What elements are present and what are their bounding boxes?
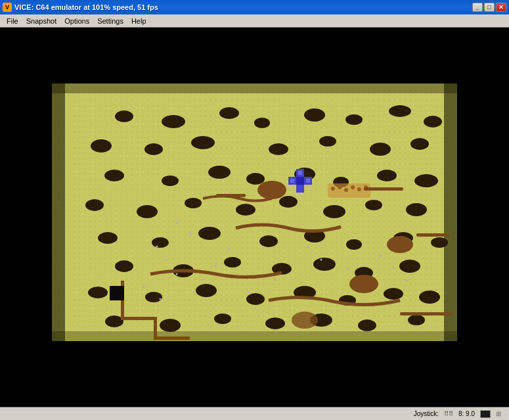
svg-point-37 <box>406 203 427 216</box>
game-screen <box>52 83 457 341</box>
svg-point-31 <box>137 205 158 218</box>
svg-point-24 <box>208 166 231 179</box>
svg-point-39 <box>152 237 169 248</box>
svg-point-109 <box>380 255 382 257</box>
title-bar-left: V VICE: C64 emulator at 101% speed, 51 f… <box>3 3 158 12</box>
svg-point-66 <box>358 319 376 331</box>
svg-point-9 <box>219 107 239 119</box>
game-canvas <box>52 83 457 341</box>
svg-point-15 <box>91 139 112 152</box>
svg-point-40 <box>198 227 221 240</box>
svg-point-17 <box>191 136 215 149</box>
menu-bar: File Snapshot Options Settings Help <box>0 14 509 28</box>
svg-point-10 <box>254 118 270 128</box>
joystick-label: Joystick: <box>414 410 439 417</box>
svg-point-64 <box>265 317 285 329</box>
svg-point-55 <box>196 284 217 297</box>
svg-point-104 <box>143 287 145 289</box>
menu-file[interactable]: File <box>3 16 22 26</box>
svg-point-67 <box>408 315 425 325</box>
svg-rect-6 <box>52 331 457 341</box>
title-bar: V VICE: C64 emulator at 101% speed, 51 f… <box>0 0 509 14</box>
svg-point-36 <box>365 200 382 210</box>
svg-point-14 <box>424 116 442 128</box>
svg-point-8 <box>162 115 185 128</box>
resize-handle-icon[interactable]: ⊞ <box>496 410 504 418</box>
svg-point-111 <box>406 280 408 282</box>
svg-point-68 <box>257 181 286 199</box>
svg-point-69 <box>387 236 413 253</box>
svg-point-18 <box>269 143 288 155</box>
svg-point-32 <box>185 198 202 208</box>
title-text: VICE: C64 emulator at 101% speed, 51 fps <box>14 3 158 11</box>
svg-point-45 <box>431 237 448 248</box>
svg-point-22 <box>104 170 124 181</box>
close-button[interactable]: ✕ <box>496 3 506 12</box>
svg-point-29 <box>414 174 438 187</box>
svg-point-73 <box>331 187 335 191</box>
svg-point-53 <box>88 287 108 298</box>
title-buttons: _ □ ✕ <box>472 3 506 12</box>
svg-rect-81 <box>416 233 449 237</box>
menu-settings[interactable]: Settings <box>93 16 127 26</box>
svg-rect-72 <box>328 183 370 198</box>
svg-point-48 <box>224 257 241 268</box>
svg-point-12 <box>345 114 363 125</box>
svg-rect-85 <box>154 317 157 337</box>
svg-point-99 <box>248 292 250 294</box>
svg-point-100 <box>275 279 277 281</box>
svg-point-94 <box>176 222 178 224</box>
menu-help[interactable]: Help <box>127 16 150 26</box>
svg-point-95 <box>189 233 191 235</box>
svg-rect-80 <box>364 187 403 191</box>
color-swatch <box>480 410 491 418</box>
svg-point-33 <box>236 204 255 216</box>
svg-point-110 <box>393 267 395 269</box>
app-icon: V <box>3 3 12 12</box>
svg-point-106 <box>307 246 309 248</box>
svg-point-13 <box>389 105 411 117</box>
svg-point-52 <box>399 260 420 273</box>
svg-point-38 <box>98 232 118 244</box>
status-bar: Joystick: ⠿⠿ 8: 9.0 ⊞ <box>0 407 509 420</box>
svg-rect-84 <box>121 317 154 320</box>
maximize-button[interactable]: □ <box>484 3 495 12</box>
svg-point-96 <box>229 248 231 250</box>
svg-rect-79 <box>216 194 246 197</box>
svg-point-25 <box>246 173 265 185</box>
svg-point-28 <box>377 170 397 181</box>
svg-rect-86 <box>154 337 190 340</box>
svg-point-103 <box>176 273 178 275</box>
svg-point-98 <box>202 279 204 281</box>
svg-point-59 <box>384 288 403 300</box>
svg-point-76 <box>351 185 355 189</box>
svg-point-105 <box>160 298 162 300</box>
svg-point-11 <box>304 108 325 122</box>
svg-point-62 <box>160 319 181 332</box>
joystick-icon: ⠿⠿ <box>444 410 453 417</box>
svg-point-60 <box>419 291 440 304</box>
svg-rect-3 <box>52 83 65 341</box>
svg-rect-90 <box>296 177 304 185</box>
svg-point-50 <box>313 258 336 271</box>
window-body: Joystick: ⠿⠿ 8: 9.0 ⊞ <box>0 28 509 420</box>
svg-rect-91 <box>298 171 302 175</box>
svg-point-30 <box>85 199 104 211</box>
svg-rect-82 <box>400 312 453 315</box>
menu-options[interactable]: Options <box>60 16 93 26</box>
svg-point-101 <box>156 246 158 248</box>
svg-point-46 <box>115 260 133 272</box>
svg-rect-4 <box>444 83 457 341</box>
minimize-button[interactable]: _ <box>472 3 483 12</box>
svg-rect-93 <box>306 179 310 183</box>
menu-snapshot[interactable]: Snapshot <box>22 16 60 26</box>
svg-point-77 <box>357 187 361 191</box>
svg-rect-5 <box>52 83 457 93</box>
svg-point-23 <box>162 175 179 186</box>
svg-point-74 <box>338 185 342 189</box>
svg-point-7 <box>115 110 133 122</box>
svg-point-21 <box>410 138 429 150</box>
svg-point-75 <box>344 188 348 192</box>
coordinates: 8: 9.0 <box>458 410 475 417</box>
svg-rect-92 <box>290 179 294 183</box>
